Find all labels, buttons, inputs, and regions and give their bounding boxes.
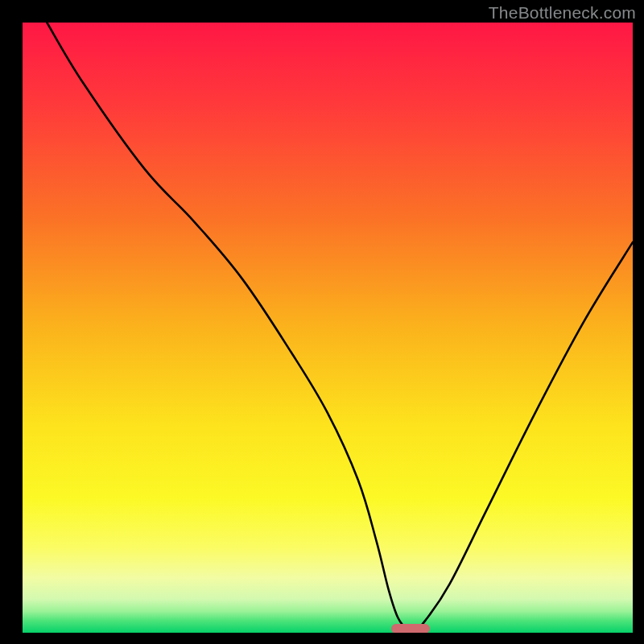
optimal-range-marker	[391, 624, 431, 633]
plot-area	[23, 23, 633, 633]
chart-frame: TheBottleneck.com	[0, 0, 644, 644]
watermark-text: TheBottleneck.com	[489, 3, 636, 23]
bottleneck-curve	[23, 23, 633, 633]
